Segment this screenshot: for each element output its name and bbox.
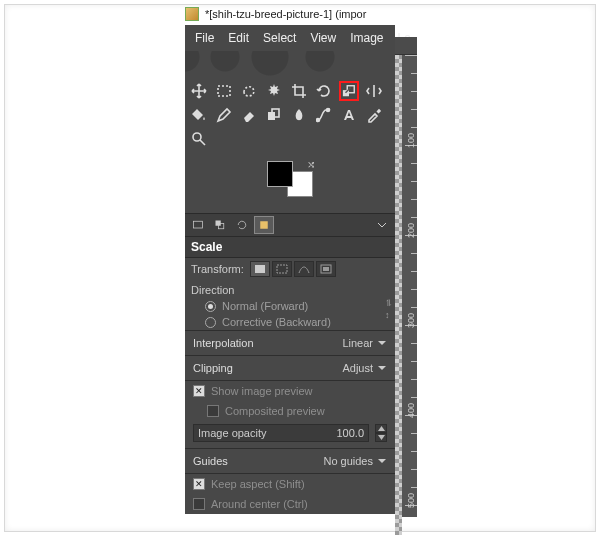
direction-normal-label: Normal (Forward): [222, 300, 308, 312]
vertical-ruler: 100200300400500: [395, 37, 417, 517]
scale-tool[interactable]: [339, 81, 359, 101]
direction-normal-radio[interactable]: [205, 301, 216, 312]
menu-file[interactable]: File: [189, 29, 220, 47]
menu-bar: File Edit Select View Image La: [185, 25, 395, 51]
transform-layer[interactable]: [250, 261, 270, 277]
svg-rect-8: [194, 221, 203, 228]
direction-link-icons[interactable]: ⥮ ↕: [385, 298, 395, 330]
app-icon: [185, 7, 199, 21]
keep-aspect-checkbox[interactable]: [193, 478, 205, 490]
menu-image[interactable]: Image: [344, 29, 389, 47]
interpolation-value: Linear: [342, 337, 373, 349]
smudge-tool[interactable]: [289, 105, 309, 125]
interpolation-label: Interpolation: [193, 337, 254, 349]
rect-select-tool[interactable]: [214, 81, 234, 101]
spin-up-icon[interactable]: [375, 424, 387, 433]
eraser-tool[interactable]: [239, 105, 259, 125]
pointer-tab[interactable]: [233, 217, 251, 233]
tool-options-panel: Scale Transform: Direction Normal (Forwa…: [185, 237, 395, 514]
color-picker-tool[interactable]: [364, 105, 384, 125]
transform-path[interactable]: [294, 261, 314, 277]
text-tool[interactable]: [339, 105, 359, 125]
transform-selection[interactable]: [272, 261, 292, 277]
clone-tool[interactable]: [264, 105, 284, 125]
toolbox: ⤭: [185, 77, 395, 213]
image-opacity-label: Image opacity: [198, 427, 266, 439]
tab-menu-icon[interactable]: [373, 217, 391, 233]
guides-label: Guides: [193, 455, 228, 467]
pencil-tool[interactable]: [214, 105, 234, 125]
flip-tool[interactable]: [364, 81, 384, 101]
window-title: *[shih-tzu-breed-picture-1] (impor: [205, 8, 366, 20]
image-opacity-field[interactable]: Image opacity 100.0: [193, 424, 369, 442]
canvas-checker-edge: [395, 55, 402, 535]
guides-dropdown[interactable]: Guides No guides: [185, 449, 395, 473]
clipping-value: Adjust: [342, 362, 373, 374]
undo-history-tab[interactable]: [211, 217, 229, 233]
free-select-tool[interactable]: [239, 81, 259, 101]
reset-colors-icon[interactable]: [265, 189, 275, 199]
path-tool[interactable]: [314, 105, 334, 125]
panel-title: Scale: [185, 237, 395, 258]
ruler-tick-label: 500: [406, 493, 416, 508]
link-icon[interactable]: ⥮: [385, 298, 393, 308]
clipping-label: Clipping: [193, 362, 233, 374]
direction-label: Direction: [185, 280, 395, 298]
guides-value: No guides: [323, 455, 373, 467]
ruler-tick-label: 100: [406, 133, 416, 148]
svg-rect-15: [323, 267, 329, 271]
clipping-dropdown[interactable]: Clipping Adjust: [185, 356, 395, 380]
ruler-tick-label: 300: [406, 313, 416, 328]
image-opacity-value: 100.0: [336, 427, 364, 439]
chevron-down-icon: [377, 456, 387, 466]
svg-point-6: [327, 109, 330, 112]
transform-label: Transform:: [191, 263, 244, 275]
color-swatches[interactable]: ⤭: [267, 161, 313, 197]
direction-corrective-radio[interactable]: [205, 317, 216, 328]
svg-point-7: [193, 133, 201, 141]
svg-rect-12: [255, 265, 265, 273]
rotate-tool[interactable]: [314, 81, 334, 101]
keep-aspect-label: Keep aspect (Shift): [211, 478, 305, 490]
fuzzy-select-tool[interactable]: [264, 81, 284, 101]
zoom-tool[interactable]: [189, 129, 209, 149]
transform-mode-segment: [250, 261, 336, 277]
composited-preview-label: Composited preview: [225, 405, 325, 417]
transform-image[interactable]: [316, 261, 336, 277]
link-icon[interactable]: ↕: [385, 310, 393, 320]
composited-preview-checkbox[interactable]: [207, 405, 219, 417]
opacity-spinner[interactable]: [375, 424, 387, 442]
svg-rect-11: [260, 221, 268, 229]
menu-select[interactable]: Select: [257, 29, 302, 47]
spin-down-icon[interactable]: [375, 433, 387, 442]
device-status-tab[interactable]: [189, 217, 207, 233]
direction-corrective-label: Corrective (Backward): [222, 316, 331, 328]
svg-point-5: [317, 119, 320, 122]
interpolation-dropdown[interactable]: Interpolation Linear: [185, 331, 395, 355]
ruler-tick-label: 200: [406, 223, 416, 238]
foreground-color-swatch[interactable]: [267, 161, 293, 187]
show-preview-checkbox[interactable]: [193, 385, 205, 397]
crop-tool[interactable]: [289, 81, 309, 101]
around-center-label: Around center (Ctrl): [211, 498, 308, 510]
move-tool[interactable]: [189, 81, 209, 101]
dock-decor: [185, 51, 395, 77]
svg-rect-0: [218, 86, 230, 96]
chevron-down-icon: [377, 363, 387, 373]
swap-colors-icon[interactable]: ⤭: [307, 159, 315, 170]
show-preview-label: Show image preview: [211, 385, 313, 397]
window-titlebar: *[shih-tzu-breed-picture-1] (impor: [185, 5, 395, 25]
bucket-fill-tool[interactable]: [189, 105, 209, 125]
chevron-down-icon: [377, 338, 387, 348]
dock-tabstrip: [185, 213, 395, 237]
menu-view[interactable]: View: [304, 29, 342, 47]
tool-options-tab[interactable]: [255, 217, 273, 233]
menu-edit[interactable]: Edit: [222, 29, 255, 47]
around-center-checkbox[interactable]: [193, 498, 205, 510]
svg-rect-13: [277, 265, 287, 273]
ruler-tick-label: 400: [406, 403, 416, 418]
